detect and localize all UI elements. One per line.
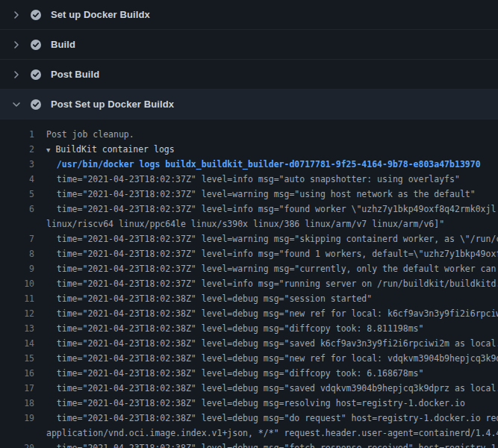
step-title: Set up Docker Buildx xyxy=(51,9,150,20)
check-circle-icon xyxy=(30,39,42,51)
log-text: time="2021-04-23T18:02:38Z" level=debug … xyxy=(34,441,498,448)
log-line: 7 time="2021-04-23T18:02:37Z" level=warn… xyxy=(0,231,498,246)
log-line: 2▼BuildKit container logs xyxy=(0,142,498,157)
log-group-label: BuildKit container logs xyxy=(55,144,174,155)
log-text: time="2021-04-23T18:02:38Z" level=debug … xyxy=(34,321,423,336)
log-line: 3 /usr/bin/docker logs buildx_buildkit_b… xyxy=(0,157,498,172)
line-number[interactable]: 20 xyxy=(0,441,34,448)
log-line: 9 time="2021-04-23T18:02:37Z" level=warn… xyxy=(0,261,498,276)
line-number[interactable]: 7 xyxy=(0,231,34,246)
log-line: 11 time="2021-04-23T18:02:38Z" level=deb… xyxy=(0,291,498,306)
line-number[interactable]: 16 xyxy=(0,366,34,381)
log-text: time="2021-04-23T18:02:37Z" level=warnin… xyxy=(34,187,476,202)
step-title: Post Set up Docker Buildx xyxy=(51,99,174,110)
step-title: Post Build xyxy=(51,69,99,80)
log-line: 14 time="2021-04-23T18:02:38Z" level=deb… xyxy=(0,336,498,351)
log-text: application/vnd.oci.image.index.v1+json,… xyxy=(34,426,498,441)
log-line: 16 time="2021-04-23T18:02:38Z" level=deb… xyxy=(0,366,498,381)
log-line: 6 time="2021-04-23T18:02:37Z" level=info… xyxy=(0,202,498,217)
chevron-right-icon xyxy=(10,9,22,21)
line-number[interactable]: 17 xyxy=(0,381,34,396)
log-text: time="2021-04-23T18:02:38Z" level=debug … xyxy=(34,351,498,366)
log-line: 4 time="2021-04-23T18:02:37Z" level=info… xyxy=(0,172,498,187)
log-line: 20 time="2021-04-23T18:02:38Z" level=deb… xyxy=(0,441,498,448)
log-text: time="2021-04-23T18:02:38Z" level=debug … xyxy=(34,306,498,321)
log-area: 1Post job cleanup.2▼BuildKit container l… xyxy=(0,119,498,448)
log-text: time="2021-04-23T18:02:38Z" level=debug … xyxy=(34,336,498,351)
log-line: 8 time="2021-04-23T18:02:37Z" level=info… xyxy=(0,246,498,261)
log-text: time="2021-04-23T18:02:38Z" level=debug … xyxy=(34,396,465,411)
log-line: 12 time="2021-04-23T18:02:38Z" level=deb… xyxy=(0,306,498,321)
step-header[interactable]: Set up Docker Buildx xyxy=(0,0,498,30)
chevron-right-icon xyxy=(10,69,22,81)
line-number[interactable]: 6 xyxy=(0,202,34,217)
line-number[interactable]: 3 xyxy=(0,157,34,172)
log-line: application/vnd.oci.image.index.v1+json,… xyxy=(0,426,498,441)
log-text: time="2021-04-23T18:02:37Z" level=warnin… xyxy=(34,261,498,276)
log-text: time="2021-04-23T18:02:38Z" level=debug … xyxy=(34,411,498,426)
log-text: time="2021-04-23T18:02:37Z" level=warnin… xyxy=(34,231,498,246)
log-line: 5 time="2021-04-23T18:02:37Z" level=warn… xyxy=(0,187,498,202)
line-number[interactable]: 13 xyxy=(0,321,34,336)
log-text: Post job cleanup. xyxy=(34,127,134,142)
actions-log-viewer: Set up Docker BuildxBuildPost BuildPost … xyxy=(0,0,498,448)
line-number[interactable]: 12 xyxy=(0,306,34,321)
log-line: 13 time="2021-04-23T18:02:38Z" level=deb… xyxy=(0,321,498,336)
log-line: 15 time="2021-04-23T18:02:38Z" level=deb… xyxy=(0,351,498,366)
log-group-toggle[interactable]: ▼BuildKit container logs xyxy=(34,142,175,157)
step-title: Build xyxy=(51,39,75,50)
log-command-text: /usr/bin/docker logs buildx_buildkit_bui… xyxy=(34,157,481,172)
line-number[interactable]: 18 xyxy=(0,396,34,411)
line-number[interactable]: 10 xyxy=(0,276,34,291)
line-number[interactable]: 8 xyxy=(0,246,34,261)
line-number[interactable]: 14 xyxy=(0,336,34,351)
log-line: 19 time="2021-04-23T18:02:38Z" level=deb… xyxy=(0,411,498,426)
line-number[interactable]: 15 xyxy=(0,351,34,366)
chevron-right-icon xyxy=(10,39,22,51)
check-circle-icon xyxy=(30,9,42,21)
log-text: time="2021-04-23T18:02:37Z" level=info m… xyxy=(34,202,498,217)
line-number xyxy=(0,426,34,441)
line-number[interactable]: 5 xyxy=(0,187,34,202)
line-number[interactable]: 9 xyxy=(0,261,34,276)
step-header[interactable]: Build xyxy=(0,30,498,60)
step-header[interactable]: Post Build xyxy=(0,60,498,90)
line-number[interactable]: 2 xyxy=(0,142,34,157)
check-circle-icon xyxy=(30,99,42,111)
line-number[interactable]: 11 xyxy=(0,291,34,306)
log-text: time="2021-04-23T18:02:37Z" level=info m… xyxy=(34,276,498,291)
line-number xyxy=(0,217,34,231)
step-header[interactable]: Post Set up Docker Buildx xyxy=(0,90,498,119)
log-text: time="2021-04-23T18:02:37Z" level=info m… xyxy=(34,246,498,261)
chevron-down-icon xyxy=(10,99,22,111)
line-number[interactable]: 19 xyxy=(0,411,34,426)
log-line: linux/riscv64 linux/ppc64le linux/s390x … xyxy=(0,217,498,231)
line-number[interactable]: 1 xyxy=(0,127,34,142)
group-expanded-arrow-icon: ▼ xyxy=(46,143,50,157)
log-line: 17 time="2021-04-23T18:02:38Z" level=deb… xyxy=(0,381,498,396)
log-text: time="2021-04-23T18:02:38Z" level=debug … xyxy=(34,381,498,396)
log-line: 1Post job cleanup. xyxy=(0,127,498,142)
line-number[interactable]: 4 xyxy=(0,172,34,187)
log-line: 10 time="2021-04-23T18:02:37Z" level=inf… xyxy=(0,276,498,291)
check-circle-icon xyxy=(30,69,42,81)
log-text: linux/riscv64 linux/ppc64le linux/s390x … xyxy=(34,217,444,231)
log-text: time="2021-04-23T18:02:37Z" level=info m… xyxy=(34,172,460,187)
log-text: time="2021-04-23T18:02:38Z" level=debug … xyxy=(34,366,423,381)
log-text: time="2021-04-23T18:02:38Z" level=debug … xyxy=(34,291,372,306)
log-line: 18 time="2021-04-23T18:02:38Z" level=deb… xyxy=(0,396,498,411)
steps-list: Set up Docker BuildxBuildPost BuildPost … xyxy=(0,0,498,119)
